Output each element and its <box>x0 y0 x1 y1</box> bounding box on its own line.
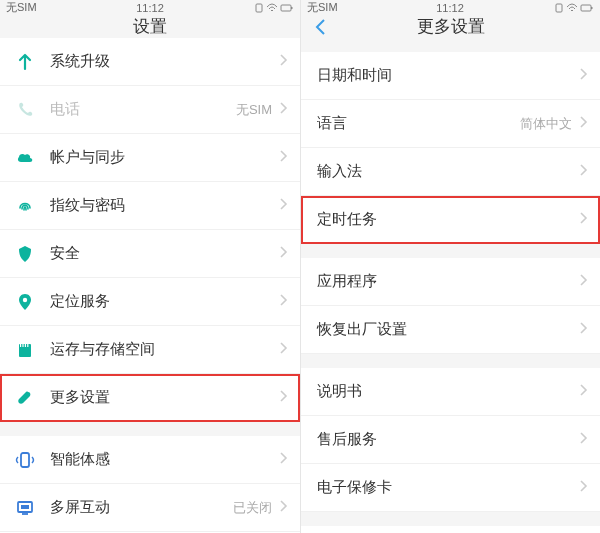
back-button[interactable] <box>311 17 331 37</box>
settings-row[interactable]: 语言简体中文 <box>301 100 600 148</box>
page-title-left: 设置 <box>133 15 167 38</box>
statusbar-right: 无SIM 11:12 <box>301 0 600 15</box>
chevron-right-icon <box>578 163 588 181</box>
header-left: 设置 <box>0 15 300 38</box>
wrench-icon <box>14 387 36 409</box>
chevron-right-icon <box>578 431 588 449</box>
chevron-right-icon <box>578 115 588 133</box>
settings-row[interactable]: 多屏互动已关闭 <box>0 484 300 532</box>
row-label: 运存与存储空间 <box>50 340 278 359</box>
settings-row[interactable]: 定时任务 <box>301 196 600 244</box>
chevron-right-icon <box>278 53 288 71</box>
row-label: 日期和时间 <box>317 66 578 85</box>
settings-row[interactable]: 日期和时间 <box>301 52 600 100</box>
cast-icon <box>14 497 36 519</box>
storage-icon <box>14 339 36 361</box>
svg-rect-6 <box>22 344 23 347</box>
settings-row[interactable]: 运存与存储空间 <box>0 326 300 374</box>
settings-row[interactable]: 输入法 <box>301 148 600 196</box>
chevron-right-icon <box>578 67 588 85</box>
chevron-right-icon <box>278 197 288 215</box>
svg-rect-1 <box>281 5 291 11</box>
row-label: 指纹与密码 <box>50 196 278 215</box>
pin-icon <box>14 291 36 313</box>
settings-row[interactable]: 帐户与同步 <box>0 134 300 182</box>
group-gap <box>0 422 300 436</box>
chevron-right-icon <box>278 293 288 311</box>
svg-rect-16 <box>591 7 593 9</box>
settings-row[interactable]: 智能体感 <box>0 436 300 484</box>
chevron-right-icon <box>578 273 588 291</box>
row-label: 输入法 <box>317 162 578 181</box>
phone-icon <box>14 99 36 121</box>
row-label: 帐户与同步 <box>50 148 278 167</box>
carrier-label: 无SIM <box>6 0 37 15</box>
chevron-right-icon <box>278 499 288 517</box>
carrier-label: 无SIM <box>307 0 338 15</box>
chevron-right-icon <box>578 383 588 401</box>
row-label: 电话 <box>50 100 236 119</box>
cloud-icon <box>14 147 36 169</box>
settings-row[interactable]: 售后服务 <box>301 416 600 464</box>
status-icons <box>254 3 294 13</box>
row-label: 语言 <box>317 114 520 133</box>
chevron-right-icon <box>278 149 288 167</box>
svg-rect-0 <box>256 4 262 12</box>
page-title-right: 更多设置 <box>417 15 485 38</box>
settings-row[interactable]: 安全 <box>0 230 300 278</box>
status-icons <box>554 3 594 13</box>
row-label: 多屏互动 <box>50 498 233 517</box>
right-pane: 无SIM 11:12 更多设置 日期和时间语言简体中文输入法定时任务应用程序恢复… <box>300 0 600 533</box>
row-label: 应用程序 <box>317 272 578 291</box>
row-label: 电子保修卡 <box>317 478 578 497</box>
row-label: 定时任务 <box>317 210 578 229</box>
row-label: 安全 <box>50 244 278 263</box>
settings-row[interactable]: 电话无SIM <box>0 86 300 134</box>
svg-rect-8 <box>27 344 28 347</box>
settings-row[interactable]: 系统升级 <box>0 38 300 86</box>
row-label: 售后服务 <box>317 430 578 449</box>
svg-rect-11 <box>21 505 29 509</box>
settings-row[interactable]: 说明书 <box>301 368 600 416</box>
svg-rect-5 <box>20 344 21 347</box>
group-gap <box>301 38 600 52</box>
settings-row[interactable]: 更多设置 <box>0 374 300 422</box>
left-pane: 无SIM 11:12 设置 系统升级电话无SIM帐户与同步指纹与密码安全定位服务… <box>0 0 300 533</box>
row-label: 定位服务 <box>50 292 278 311</box>
settings-row[interactable]: 电子保修卡 <box>301 464 600 512</box>
settings-row[interactable]: 用户体验改进计划已开启 <box>301 526 600 533</box>
chevron-right-icon <box>278 245 288 263</box>
chevron-right-icon <box>278 101 288 119</box>
settings-row[interactable]: 定位服务 <box>0 278 300 326</box>
arrow-up-icon <box>14 51 36 73</box>
settings-row[interactable]: 指纹与密码 <box>0 182 300 230</box>
row-value: 已关闭 <box>233 499 272 517</box>
motion-icon <box>14 449 36 471</box>
chevron-right-icon <box>278 451 288 469</box>
svg-rect-7 <box>25 344 26 347</box>
row-label: 说明书 <box>317 382 578 401</box>
row-label: 恢复出厂设置 <box>317 320 578 339</box>
fingerprint-icon <box>14 195 36 217</box>
row-label: 系统升级 <box>50 52 278 71</box>
settings-row[interactable]: 应用程序 <box>301 258 600 306</box>
row-label: 智能体感 <box>50 450 278 469</box>
svg-rect-15 <box>581 5 591 11</box>
svg-rect-2 <box>291 7 293 9</box>
svg-rect-9 <box>21 453 29 467</box>
row-value: 无SIM <box>236 101 272 119</box>
shield-icon <box>14 243 36 265</box>
chevron-right-icon <box>578 321 588 339</box>
group-gap <box>301 354 600 368</box>
settings-list-left: 系统升级电话无SIM帐户与同步指纹与密码安全定位服务运存与存储空间更多设置智能体… <box>0 38 300 533</box>
group-gap <box>301 512 600 526</box>
statusbar-left: 无SIM 11:12 <box>0 0 300 15</box>
chevron-right-icon <box>578 211 588 229</box>
group-gap <box>301 244 600 258</box>
chevron-right-icon <box>578 479 588 497</box>
chevron-right-icon <box>278 341 288 359</box>
settings-row[interactable]: 恢复出厂设置 <box>301 306 600 354</box>
header-right: 更多设置 <box>301 15 600 38</box>
settings-list-right: 日期和时间语言简体中文输入法定时任务应用程序恢复出厂设置说明书售后服务电子保修卡… <box>301 38 600 533</box>
row-value: 简体中文 <box>520 115 572 133</box>
